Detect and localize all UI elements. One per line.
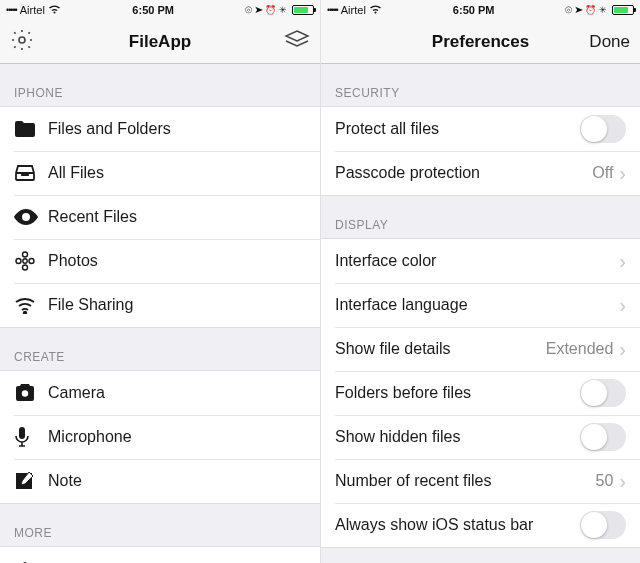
chevron-right-icon: › <box>619 163 626 183</box>
section-header-security: SECURITY <box>321 64 640 106</box>
row-interface-color[interactable]: Interface color › <box>321 239 640 283</box>
row-label: Microphone <box>48 428 306 446</box>
done-button[interactable]: Done <box>589 32 630 52</box>
svg-point-4 <box>23 252 28 257</box>
row-label: Show hidden files <box>335 428 580 446</box>
row-label: All Files <box>48 164 306 182</box>
row-folders-before-files[interactable]: Folders before files <box>321 371 640 415</box>
row-always-show-statusbar[interactable]: Always show iOS status bar <box>321 503 640 547</box>
row-label: Camera <box>48 384 306 402</box>
row-show-file-details[interactable]: Show file details Extended › <box>321 327 640 371</box>
row-label: Always show iOS status bar <box>335 516 580 534</box>
signal-dots: ••••• <box>6 5 17 15</box>
carrier-name: Airtel <box>341 4 366 16</box>
battery-icon <box>612 5 634 15</box>
svg-point-6 <box>16 259 21 264</box>
row-label: Protect all files <box>335 120 580 138</box>
statusbar-icons: ⦾ ➤ ⏰ ✳︎ <box>565 5 607 16</box>
screen-preferences: ••••• Airtel 6:50 PM ⦾ ➤ ⏰ ✳︎ Preference… <box>320 0 640 563</box>
svg-point-7 <box>29 259 34 264</box>
svg-point-3 <box>23 259 27 263</box>
row-label: File Sharing <box>48 296 306 314</box>
row-label: Photos <box>48 252 306 270</box>
row-value: Extended <box>546 340 614 358</box>
navbar-main: FileApp <box>0 20 320 64</box>
row-passcode-protection[interactable]: Passcode protection Off › <box>321 151 640 195</box>
svg-marker-1 <box>286 31 308 41</box>
chevron-right-icon: › <box>619 471 626 491</box>
gear-icon[interactable] <box>10 28 34 56</box>
svg-point-8 <box>24 312 27 314</box>
carrier-name: Airtel <box>20 4 45 16</box>
row-note[interactable]: Note <box>0 459 320 503</box>
wifi-icon <box>48 4 61 16</box>
clock: 6:50 PM <box>382 4 566 16</box>
row-label: Files and Folders <box>48 120 306 138</box>
main-list[interactable]: IPHONE Files and Folders All Files Recen… <box>0 64 320 563</box>
tray-icon <box>14 164 48 182</box>
switch-hidden-files[interactable] <box>580 423 626 451</box>
stack-icon[interactable] <box>284 28 310 56</box>
row-photos[interactable]: Photos <box>0 239 320 283</box>
wifi-icon <box>14 296 48 314</box>
wifi-icon <box>369 4 382 16</box>
row-label: Note <box>48 472 306 490</box>
battery-icon <box>292 5 314 15</box>
chevron-right-icon: › <box>619 251 626 271</box>
statusbar-icons: ⦾ ➤ ⏰ ✳︎ <box>245 5 287 16</box>
row-show-hidden-files[interactable]: Show hidden files <box>321 415 640 459</box>
eye-icon <box>14 209 48 225</box>
row-number-of-recent-files[interactable]: Number of recent files 50 › <box>321 459 640 503</box>
row-microphone[interactable]: Microphone <box>0 415 320 459</box>
svg-point-0 <box>19 37 25 43</box>
row-protect-all-files[interactable]: Protect all files <box>321 107 640 151</box>
row-label: Interface color <box>335 252 619 270</box>
mic-icon <box>14 426 48 448</box>
switch-statusbar[interactable] <box>580 511 626 539</box>
row-value: 50 <box>596 472 614 490</box>
statusbar: ••••• Airtel 6:50 PM ⦾ ➤ ⏰ ✳︎ <box>0 0 320 20</box>
chevron-right-icon: › <box>619 339 626 359</box>
switch-protect-all[interactable] <box>580 115 626 143</box>
section-header-more: MORE <box>0 504 320 546</box>
row-interface-language[interactable]: Interface language › <box>321 283 640 327</box>
row-label: Recent Files <box>48 208 306 226</box>
navbar-prefs: Preferences Done <box>321 20 640 64</box>
row-label: Number of recent files <box>335 472 596 490</box>
svg-rect-2 <box>16 173 34 180</box>
row-file-sharing[interactable]: File Sharing <box>0 283 320 327</box>
signal-dots: ••••• <box>327 5 338 15</box>
row-files-and-folders[interactable]: Files and Folders <box>0 107 320 151</box>
svg-point-5 <box>23 265 28 270</box>
folder-icon <box>14 120 48 138</box>
switch-folders-first[interactable] <box>580 379 626 407</box>
row-camera[interactable]: Camera <box>0 371 320 415</box>
camera-icon <box>14 384 48 402</box>
row-label: Folders before files <box>335 384 580 402</box>
section-header-display: DISPLAY <box>321 196 640 238</box>
row-recent-files[interactable]: Recent Files <box>0 195 320 239</box>
clock: 6:50 PM <box>61 4 246 16</box>
row-more-hidden[interactable] <box>0 547 320 563</box>
row-label: Show file details <box>335 340 546 358</box>
prefs-list[interactable]: SECURITY Protect all files Passcode prot… <box>321 64 640 563</box>
flower-icon <box>14 250 48 272</box>
svg-rect-10 <box>19 427 25 439</box>
row-label: Interface language <box>335 296 619 314</box>
section-header-iphone: IPHONE <box>0 64 320 106</box>
section-header-create: CREATE <box>0 328 320 370</box>
screen-main: ••••• Airtel 6:50 PM ⦾ ➤ ⏰ ✳︎ FileApp IP… <box>0 0 320 563</box>
svg-point-9 <box>22 390 28 396</box>
chevron-right-icon: › <box>619 295 626 315</box>
row-all-files[interactable]: All Files <box>0 151 320 195</box>
row-label: Passcode protection <box>335 164 592 182</box>
note-icon <box>14 471 48 491</box>
statusbar: ••••• Airtel 6:50 PM ⦾ ➤ ⏰ ✳︎ <box>321 0 640 20</box>
row-value: Off <box>592 164 613 182</box>
